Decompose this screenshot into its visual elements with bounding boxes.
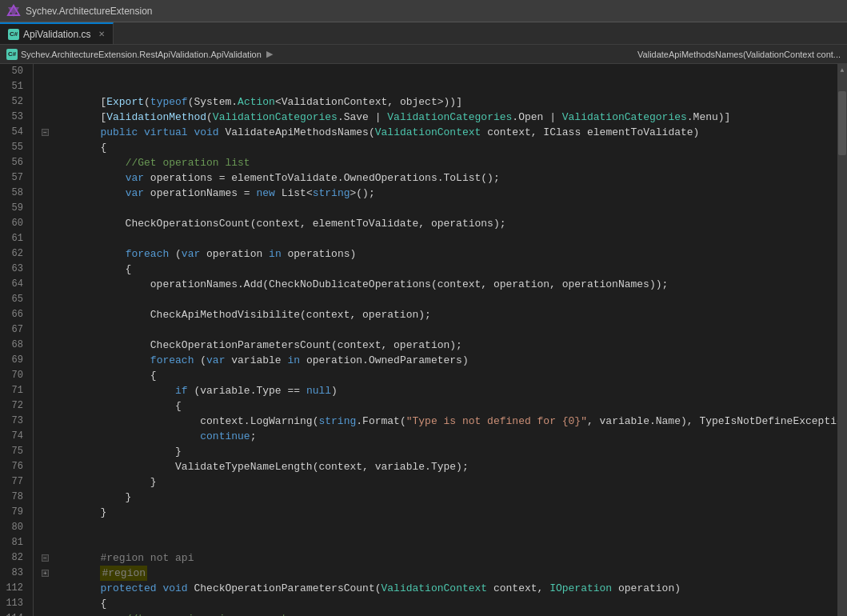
- line-number: 82: [12, 550, 23, 566]
- breadcrumb-path[interactable]: Sychev.ArchitectureExtension.RestApiVali…: [21, 50, 262, 59]
- code-token: [50, 246, 126, 262]
- tab-apivaldation[interactable]: C# ApiValidation.cs ✕: [0, 22, 114, 44]
- code-area[interactable]: [Export(typeof(System.Action<ValidationC…: [34, 64, 837, 616]
- line-number: 83: [12, 566, 23, 581]
- code-line: CheckOperationsCount(context, elementToV…: [42, 216, 837, 231]
- collapse-minus-icon[interactable]: −: [42, 129, 49, 136]
- code-token: operation: [200, 246, 269, 262]
- breadcrumb-separator: ▶: [266, 49, 273, 59]
- code-token: {: [50, 140, 106, 155]
- line-num-row: 67: [0, 322, 26, 338]
- line-num-row: 65: [0, 292, 26, 307]
- code-token: {: [50, 262, 131, 277]
- code-line: [42, 322, 837, 338]
- code-token: operations = elementToValidate.OwnedOper…: [144, 170, 500, 186]
- code-line: }: [42, 505, 837, 520]
- line-number: 56: [12, 155, 23, 170]
- code-token: foreach: [150, 353, 194, 368]
- collapse-minus-icon[interactable]: −: [42, 554, 49, 562]
- code-token: ValidationCategories: [387, 110, 512, 125]
- code-editor: 5051525354555657585960616263646566676869…: [0, 64, 847, 616]
- code-token: var: [126, 170, 144, 186]
- code-line: [Export(typeof(System.Action<ValidationC…: [42, 94, 837, 110]
- line-number: 54: [12, 125, 23, 140]
- line-num-row: 73: [0, 414, 26, 429]
- line-number: 72: [12, 398, 23, 414]
- vertical-scrollbar[interactable]: ▲: [837, 64, 847, 616]
- line-number: 55: [12, 140, 23, 155]
- code-line: [42, 79, 837, 94]
- code-token: CheckOperationParametersCount(context, o…: [50, 338, 462, 353]
- line-number: 59: [12, 201, 23, 216]
- code-token: ValidationContext: [375, 125, 481, 140]
- code-token: CheckApiMethodVisibilite(context, operat…: [50, 307, 431, 322]
- code-token: context.LogWarning(: [50, 414, 318, 429]
- line-number: 65: [12, 292, 23, 307]
- line-number: 79: [12, 505, 23, 520]
- empty-line: [50, 535, 57, 550]
- line-number: 58: [12, 186, 23, 201]
- collapse-plus-icon[interactable]: +: [42, 570, 49, 577]
- code-token: context,: [487, 581, 549, 596]
- empty-line: [50, 520, 57, 535]
- csharp-file-icon: C#: [8, 29, 19, 40]
- code-token: ValidationCategories: [213, 110, 338, 125]
- line-num-row: 78: [0, 490, 26, 505]
- code-token: Export: [106, 94, 144, 110]
- window-title: Sychev.ArchitectureExtension: [26, 6, 153, 17]
- breadcrumb-method[interactable]: ValidateApiMethodsNames(ValidationContex…: [637, 50, 841, 59]
- empty-line: [50, 64, 57, 79]
- tab-bar: C# ApiValidation.cs ✕: [0, 22, 847, 45]
- line-num-row: 68: [0, 338, 26, 353]
- code-token: variable: [225, 353, 287, 368]
- line-number: 114: [6, 611, 23, 616]
- line-num-row: 53: [0, 110, 26, 125]
- code-token: [50, 155, 126, 170]
- code-line: [42, 231, 837, 246]
- code-line: var operations = elementToValidate.Owned…: [42, 170, 837, 186]
- line-num-row: 79: [0, 505, 26, 520]
- code-token: //Get operation list: [126, 155, 250, 170]
- empty-line: [50, 231, 57, 246]
- code-token: operationNames.Add(CheckNoDublicateOpera…: [50, 277, 668, 292]
- code-line: {: [42, 368, 837, 383]
- line-num-row: 71: [0, 383, 26, 398]
- code-token: string: [318, 414, 356, 429]
- code-line: − #region not api: [42, 550, 837, 566]
- code-token: }: [50, 505, 106, 520]
- empty-line: [50, 201, 57, 216]
- code-line: foreach (var operation in operations): [42, 246, 837, 262]
- code-token: }: [50, 474, 157, 490]
- code-token: {: [50, 398, 182, 414]
- code-line: + #region: [42, 566, 837, 581]
- scroll-up-button[interactable]: ▲: [837, 64, 847, 75]
- code-token: foreach: [126, 246, 170, 262]
- line-num-row: 77: [0, 474, 26, 490]
- code-token: .Save |: [338, 110, 387, 125]
- tab-close-button[interactable]: ✕: [98, 30, 105, 38]
- scrollbar-thumb[interactable]: [838, 91, 846, 155]
- code-token: [50, 581, 100, 596]
- line-number: 64: [12, 277, 23, 292]
- code-token: void: [162, 581, 187, 596]
- code-line: //to many incoming parameters: [42, 611, 837, 616]
- code-token: }: [50, 444, 182, 459]
- code-token: [50, 125, 100, 140]
- code-token: (: [206, 110, 213, 125]
- code-token: [50, 550, 100, 566]
- line-num-row: 112: [0, 581, 26, 596]
- code-line: foreach (var variable in operation.Owned…: [42, 353, 837, 368]
- line-num-row: 83: [0, 566, 26, 581]
- line-num-row: 113: [0, 596, 26, 611]
- code-line: {: [42, 140, 837, 155]
- line-num-row: 82: [0, 550, 26, 566]
- code-token: [: [50, 94, 106, 110]
- code-token: [50, 566, 100, 581]
- code-line: CheckApiMethodVisibilite(context, operat…: [42, 307, 837, 322]
- code-line: continue;: [42, 429, 837, 444]
- line-num-row: 114: [0, 611, 26, 616]
- breadcrumb-file-icon: C#: [6, 49, 18, 60]
- line-num-row: 66: [0, 307, 26, 322]
- empty-line: [50, 322, 57, 338]
- line-number: 81: [12, 535, 23, 550]
